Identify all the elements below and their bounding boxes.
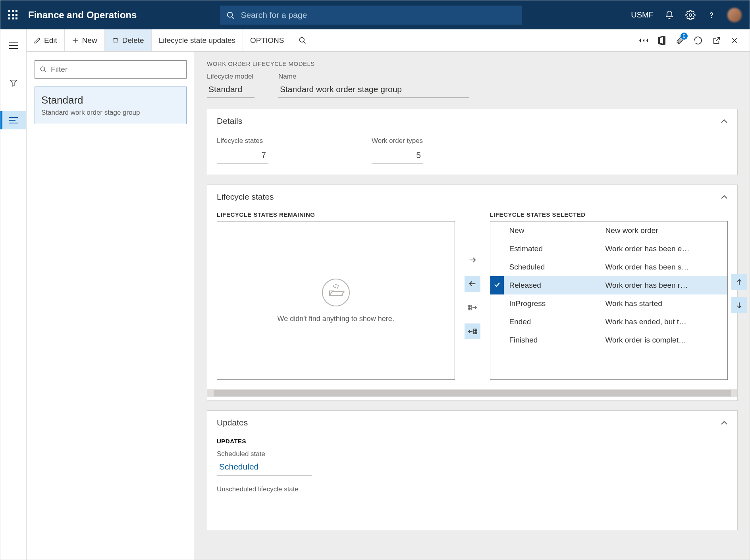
state-name: Released <box>509 281 541 290</box>
list-item-title: Standard <box>41 94 180 106</box>
list-filter-input[interactable] <box>51 65 181 74</box>
details-card-header[interactable]: Details <box>207 109 737 133</box>
name-label: Name <box>278 73 469 81</box>
move-up-button[interactable] <box>731 274 747 290</box>
settings-icon[interactable] <box>685 10 696 20</box>
state-row[interactable]: ScheduledWork order has been s… <box>490 258 728 276</box>
close-button[interactable] <box>731 37 738 44</box>
state-name: Ended <box>509 318 531 326</box>
lifecycle-model-value[interactable]: Standard <box>207 83 254 98</box>
left-rail <box>0 29 27 560</box>
state-name: Estimated <box>509 244 543 253</box>
dynamics-connector-icon[interactable] <box>639 37 648 44</box>
chevron-up-icon <box>721 420 728 425</box>
refresh-button[interactable] <box>693 36 703 45</box>
filter-rail-button[interactable] <box>0 74 26 92</box>
list-rail-button[interactable] <box>0 111 26 129</box>
attachments-button[interactable]: 0 <box>676 36 684 45</box>
app-title: Finance and Operations <box>28 10 137 21</box>
state-row[interactable]: InProgressWork has started <box>490 294 728 313</box>
list-item-standard[interactable]: Standard Standard work order stage group <box>35 87 187 124</box>
lifecycle-states-card: Lifecycle states LIFECYCLE STATES REMAIN… <box>207 185 738 401</box>
state-row[interactable]: NewNew work order <box>490 221 728 240</box>
svg-line-20 <box>44 70 46 72</box>
unscheduled-state-label: Unscheduled lifecycle state <box>217 485 728 493</box>
selected-header: LIFECYCLE STATES SELECTED <box>490 211 728 218</box>
state-desc: Work order has been s… <box>605 263 724 271</box>
svg-point-25 <box>335 287 335 288</box>
state-name: Finished <box>509 336 538 344</box>
state-row[interactable]: ReleasedWork order has been r… <box>490 276 728 294</box>
svg-line-13 <box>303 41 305 43</box>
lifecycle-state-updates-button[interactable]: Lifecycle state updates <box>152 29 243 51</box>
form-caption: WORK ORDER LIFECYCLE MODELS <box>207 60 738 67</box>
list-filter-box[interactable] <box>35 60 187 79</box>
state-name: New <box>509 226 524 235</box>
details-card: Details Lifecycle states 7 Work order ty… <box>207 109 738 175</box>
state-desc: Work has started <box>605 299 724 308</box>
lifecycle-states-card-header[interactable]: Lifecycle states <box>207 185 737 209</box>
state-row[interactable]: FinishedWork order is complet… <box>490 331 728 349</box>
app-launcher-icon[interactable] <box>8 10 18 20</box>
check-icon <box>494 281 501 288</box>
popout-button[interactable] <box>712 36 721 45</box>
scheduled-state-value[interactable]: Scheduled <box>217 460 312 476</box>
updates-card: Updates UPDATES Scheduled state Schedule… <box>207 410 738 530</box>
help-icon[interactable] <box>707 10 716 20</box>
global-navbar: Finance and Operations USMF <box>0 0 750 29</box>
lifecycle-states-count-label: Lifecycle states <box>217 137 268 145</box>
scheduled-state-label: Scheduled state <box>217 450 728 458</box>
delete-button[interactable]: Delete <box>105 29 152 51</box>
hamburger-toggle[interactable] <box>0 37 26 55</box>
state-name: Scheduled <box>509 263 545 271</box>
horizontal-scrollbar[interactable] <box>207 389 737 397</box>
name-value[interactable]: Standard work order stage group <box>278 83 469 98</box>
notifications-icon[interactable] <box>665 10 674 20</box>
state-name: InProgress <box>509 299 546 308</box>
detail-pane: WORK ORDER LIFECYCLE MODELS Lifecycle mo… <box>195 52 750 560</box>
move-left-button[interactable] <box>465 276 480 292</box>
remaining-list: We didn't find anything to show here. <box>217 221 455 380</box>
lifecycle-states-count-value: 7 <box>217 149 268 164</box>
state-row[interactable]: EndedWork has ended, but t… <box>490 313 728 331</box>
state-desc: Work order is complet… <box>605 336 724 344</box>
lifecycle-model-label: Lifecycle model <box>207 73 254 81</box>
page-search-button[interactable] <box>291 29 314 51</box>
transfer-buttons <box>465 211 480 380</box>
global-search-input[interactable] <box>220 6 522 25</box>
svg-point-24 <box>338 285 339 286</box>
move-right-button[interactable] <box>465 252 480 268</box>
record-list-pane: Standard Standard work order stage group <box>27 52 195 560</box>
state-row[interactable]: EstimatedWork order has been e… <box>490 240 728 258</box>
selected-list: NewNew work orderEstimatedWork order has… <box>490 221 728 380</box>
action-bar: Edit New Delete Lifecycle state updates … <box>27 29 750 52</box>
svg-point-0 <box>228 12 233 17</box>
move-down-button[interactable] <box>731 297 747 313</box>
svg-point-26 <box>337 287 338 288</box>
state-desc: Work has ended, but t… <box>605 318 724 326</box>
move-all-left-button[interactable] <box>465 323 480 339</box>
svg-point-19 <box>40 67 45 71</box>
move-all-right-button[interactable] <box>465 300 480 316</box>
state-desc: Work order has been r… <box>605 281 724 290</box>
updates-card-header[interactable]: Updates <box>207 411 737 435</box>
chevron-up-icon <box>721 119 728 123</box>
options-button[interactable]: OPTIONS <box>243 29 291 51</box>
svg-line-1 <box>232 16 234 19</box>
svg-point-3 <box>711 17 712 18</box>
svg-marker-15 <box>643 38 644 42</box>
company-picker[interactable]: USMF <box>631 10 654 19</box>
search-icon <box>226 11 235 20</box>
empty-message: We didn't find anything to show here. <box>278 315 394 323</box>
unscheduled-state-value[interactable] <box>217 495 312 509</box>
user-avatar[interactable] <box>727 8 742 22</box>
work-order-types-count-label: Work order types <box>372 137 423 145</box>
state-desc: Work order has been e… <box>605 244 724 253</box>
list-item-subtitle: Standard work order stage group <box>41 109 180 117</box>
svg-marker-16 <box>646 38 648 42</box>
edit-button[interactable]: Edit <box>27 29 65 51</box>
office-icon[interactable] <box>657 36 666 45</box>
remaining-header: LIFECYCLE STATES REMAINING <box>217 211 455 218</box>
new-button[interactable]: New <box>65 29 105 51</box>
svg-marker-14 <box>639 38 641 42</box>
